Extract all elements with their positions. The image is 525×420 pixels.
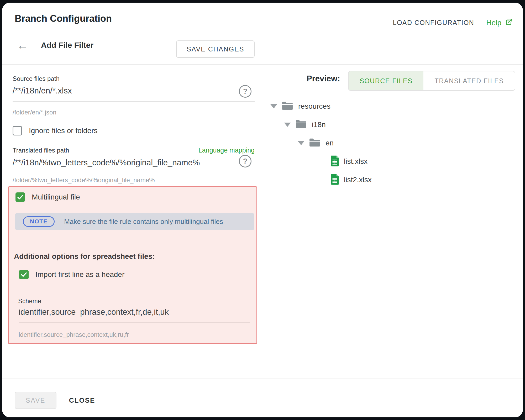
save-button[interactable]: SAVE	[15, 392, 56, 409]
note-banner: NOTE Make sure the file rule contains on…	[15, 213, 254, 230]
back-arrow-icon[interactable]: ←	[17, 39, 28, 51]
preview-toggle: SOURCE FILES TRANSLATED FILES	[348, 71, 515, 91]
translated-files-path-input[interactable]: /**/i18n/%two_letters_code%/%original_fi…	[13, 158, 255, 173]
tree-item-label: list.xlsx	[344, 157, 368, 166]
spreadsheet-file-icon	[330, 174, 339, 186]
source-files-path-input[interactable]: /**/i18n/en/*.xlsx ?	[13, 86, 255, 102]
source-files-path-label: Source files path	[13, 75, 60, 82]
import-header-checkbox-row[interactable]: Import first line as a header	[19, 270, 124, 279]
external-link-icon	[505, 18, 513, 28]
spreadsheet-options-heading: Additional options for spreadsheet files…	[14, 252, 155, 261]
note-message: Make sure the file rule contains only mu…	[64, 218, 223, 226]
folder-icon	[295, 119, 307, 130]
help-label: Help	[486, 19, 501, 27]
translated-files-path-label: Translated files path	[13, 147, 69, 154]
source-files-path-value: /**/i18n/en/*.xlsx	[13, 86, 255, 96]
tree-row-resources[interactable]: resources	[270, 97, 372, 116]
source-path-help-icon[interactable]: ?	[239, 85, 251, 98]
translated-path-help-icon[interactable]: ?	[239, 155, 251, 167]
language-mapping-link[interactable]: Language mapping	[198, 146, 255, 154]
multilingual-checkbox-row[interactable]: Multilingual file	[15, 192, 80, 202]
multilingual-highlight-panel: Multilingual file NOTE Make sure the fil…	[8, 186, 257, 344]
save-changes-button[interactable]: SAVE CHANGES	[176, 40, 255, 58]
header-divider	[2, 64, 523, 65]
folder-icon	[281, 101, 293, 112]
tree-row-list.xlsx[interactable]: list.xlsx	[270, 152, 372, 171]
multilingual-label: Multilingual file	[32, 193, 80, 201]
scheme-value: identifier,source_phrase,context,fr,de,i…	[19, 307, 250, 317]
chevron-down-icon[interactable]	[270, 104, 277, 108]
chevron-down-icon[interactable]	[284, 123, 291, 127]
import-header-checkbox[interactable]	[19, 270, 29, 279]
tree-item-label: resources	[298, 102, 330, 111]
ignore-files-checkbox[interactable]	[13, 126, 22, 135]
tree-row-list2.xlsx[interactable]: list2.xlsx	[270, 171, 372, 189]
ignore-files-checkbox-row[interactable]: Ignore files or folders	[13, 126, 97, 135]
tab-translated-files[interactable]: TRANSLATED FILES	[423, 71, 515, 90]
scheme-hint: identifier,source_phrase,context,uk,ru,f…	[19, 331, 129, 338]
add-file-filter-title: Add File Filter	[41, 41, 93, 50]
tree-row-i18n[interactable]: i18n	[270, 116, 372, 134]
source-path-hint: /folder/en/*.json	[13, 109, 56, 116]
translated-files-path-value: /**/i18n/%two_letters_code%/%original_fi…	[13, 158, 255, 167]
folder-icon	[309, 138, 321, 149]
preview-label: Preview:	[307, 74, 340, 83]
multilingual-checkbox[interactable]	[15, 192, 25, 202]
tree-item-label: list2.xlsx	[344, 176, 372, 184]
chevron-down-icon[interactable]	[298, 141, 304, 145]
scheme-input[interactable]: identifier,source_phrase,context,fr,de,i…	[19, 307, 250, 323]
tab-source-files[interactable]: SOURCE FILES	[349, 71, 423, 90]
note-badge: NOTE	[23, 216, 55, 227]
load-configuration-button[interactable]: LOAD CONFIGURATION	[393, 19, 474, 27]
spreadsheet-file-icon	[330, 155, 339, 168]
footer-divider	[2, 379, 523, 379]
ignore-files-label: Ignore files or folders	[29, 127, 97, 135]
page-title: Branch Configuration	[15, 13, 112, 24]
tree-item-label: en	[326, 139, 334, 147]
scheme-label: Scheme	[18, 297, 41, 305]
import-header-label: Import first line as a header	[35, 270, 124, 279]
tree-row-en[interactable]: en	[270, 134, 372, 152]
translated-path-hint: /folder/%two_letters_code%/%original_fil…	[13, 176, 155, 184]
branch-configuration-dialog: Branch Configuration LOAD CONFIGURATION …	[2, 3, 523, 417]
help-link[interactable]: Help	[486, 18, 513, 28]
close-button[interactable]: CLOSE	[69, 396, 95, 405]
file-tree: resourcesi18nenlist.xlsxlist2.xlsx	[270, 97, 372, 189]
tree-item-label: i18n	[312, 120, 326, 129]
